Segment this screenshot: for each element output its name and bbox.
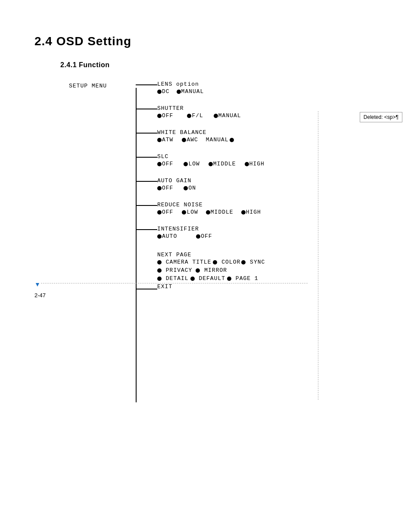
rows-container: LENS option DC MANUAL SHUTTER [69,79,377,290]
bullet-icon [157,277,162,281]
next-page-privacy: PRIVACY [157,267,192,274]
bullet-icon [157,90,162,94]
next-page-options-line2: PRIVACY MIRROR [157,267,377,275]
intensifier-label: INTENSIFIER [157,224,377,233]
auto-gain-section: AUTO GAIN OFF ON [157,176,377,195]
bullet-icon [157,260,162,264]
int-auto-option: AUTO [157,233,177,240]
next-page-camera-title: CAMERA TITLE [157,259,211,265]
white-balance-options: ATW AWC MANUAL [157,137,377,146]
bullet-icon [209,162,213,166]
rn-off-option: OFF [157,209,173,215]
shutter-off-option: OFF [157,112,173,119]
bullet-icon [182,210,186,215]
slc-section: SLC OFF LOW MIDDLE [157,152,377,171]
wb-manual-option: MANUAL [206,137,234,143]
bullet-icon [214,114,218,118]
bullet-icon [157,138,162,142]
intensifier-options: AUTO OFF [157,233,377,243]
slc-high-option: HIGH [245,161,265,167]
rn-high-option: HIGH [241,209,261,215]
page-number: 2-47 [34,292,46,299]
bullet-icon [190,277,195,281]
intensifier-section: INTENSIFIER AUTO OFF [157,224,377,243]
bullet-icon [177,90,181,94]
wb-atw-option: ATW [157,137,173,143]
next-page-mirror: MIRROR [196,267,227,274]
lens-manual-option: MANUAL [177,88,204,95]
lens-dc-option: DC [157,88,170,95]
section-title: 2.4 OSD Setting [34,34,377,48]
rn-low-option: LOW [182,209,198,215]
white-balance-section: WHITE BALANCE ATW AWC MANUAL [157,128,377,146]
bullet-icon [184,162,188,166]
rn-middle-option: MIDDLE [206,209,234,215]
wb-awc-option: AWC [182,137,198,143]
exit-label: EXIT [157,283,377,290]
slc-options: OFF LOW MIDDLE HIGH [157,161,377,171]
bullet-icon [196,268,200,273]
int-off-option: OFF [196,233,212,240]
bottom-dashed-line [41,283,308,283]
bullet-icon [230,138,234,142]
next-page-section: NEXT PAGE CAMERA TITLE COLOR [157,248,377,283]
bullet-icon [245,162,249,166]
lens-option-section: LENS option DC MANUAL [157,79,377,98]
ag-off-option: OFF [157,185,173,191]
next-page-options-line1: CAMERA TITLE COLOR SYNC [157,259,377,267]
bullet-icon [227,277,231,281]
diagram: SETUP MENU LENS option DC MANUAL [69,79,377,290]
next-page-color: COLOR [213,259,240,265]
next-page-detail: DETAIL [157,275,189,282]
shutter-options: OFF F/L MANUAL [157,112,377,122]
slc-middle-option: MIDDLE [209,161,236,167]
bullet-icon [157,210,162,215]
next-page-sync: SYNC [241,259,265,265]
white-balance-label: WHITE BALANCE [157,128,377,137]
subsection-title: 2.4.1 Function [60,61,377,69]
bullet-icon [206,210,210,215]
next-page-page1: PAGE 1 [227,275,258,282]
reduce-noise-section: REDUCE NOISE OFF LOW MIDDLE [157,200,377,219]
next-page-label: NEXT PAGE [157,248,377,259]
bullet-icon [182,138,186,142]
ag-on-option: ON [184,185,196,191]
slc-low-option: LOW [184,161,199,167]
exit-section: EXIT [157,283,377,290]
bullet-icon [196,234,200,239]
bullet-icon [241,260,246,264]
lens-option-options: DC MANUAL [157,88,377,98]
bullet-icon [157,234,162,239]
bullet-icon [157,162,162,166]
shutter-fl-option: F/L [187,112,203,119]
shutter-manual-option: MANUAL [214,112,241,119]
bullet-icon [187,114,191,118]
shutter-section: SHUTTER OFF F/L MANUAL [157,103,377,122]
auto-gain-label: AUTO GAIN [157,176,377,185]
next-page-options-line3: DETAIL DEFAULT PAGE 1 [157,275,377,283]
reduce-noise-label: REDUCE NOISE [157,200,377,209]
bullet-icon [157,114,162,118]
bullet-icon [213,260,217,264]
bullet-icon [157,186,162,190]
bullet-icon [157,268,162,273]
lens-option-label: LENS option [157,79,377,88]
bullet-icon [241,210,246,215]
page-content: 2.4 OSD Setting 2.4.1 Function Deleted: … [0,0,411,316]
shutter-label: SHUTTER [157,103,377,112]
bottom-arrow-marker: ▼ [34,281,40,288]
reduce-noise-options: OFF LOW MIDDLE HIGH [157,209,377,219]
slc-off-option: OFF [157,161,173,167]
next-page-default: DEFAULT [190,275,225,282]
auto-gain-options: OFF ON [157,185,377,195]
bullet-icon [184,186,188,190]
slc-label: SLC [157,152,377,161]
